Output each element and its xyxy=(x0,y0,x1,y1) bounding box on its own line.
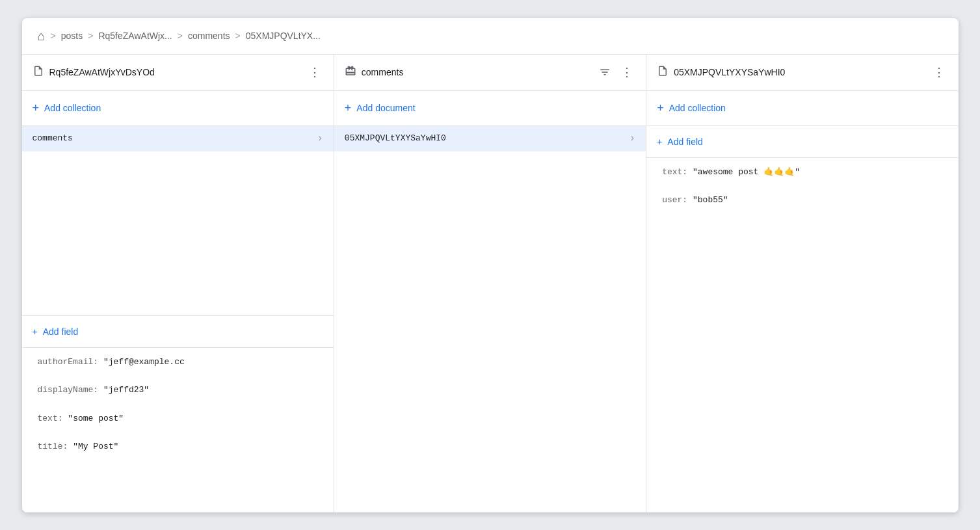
panel3-plus-icon: + xyxy=(657,101,664,115)
panel2-plus-icon: + xyxy=(345,101,352,115)
panel1-spacer xyxy=(22,152,334,316)
panel3-field-user[interactable]: user: "bob55" xyxy=(646,186,958,214)
panel2-filter-button[interactable] xyxy=(596,64,613,81)
panel-collection: comments ⋮ + Add document 05XMJPQVLtYXYS… xyxy=(334,55,646,512)
breadcrumb-sep-1: > xyxy=(51,31,56,41)
panel1-field-title-key: title: xyxy=(38,442,68,451)
breadcrumb-sep-3: > xyxy=(178,31,183,41)
panel1-field-authoremail-key: authorEmail: xyxy=(38,357,99,367)
panel1-field-text-key: text: xyxy=(38,414,63,423)
panel1-add-field-plus: + xyxy=(33,326,38,337)
panel1-add-field[interactable]: + Add field xyxy=(22,316,334,348)
panel2-add-document-label: Add document xyxy=(356,103,415,113)
panel1-field-text[interactable]: text: "some post" xyxy=(22,404,334,432)
panel1-field-displayname-key: displayName: xyxy=(38,385,99,395)
panel2-header: comments ⋮ xyxy=(334,55,646,91)
breadcrumb-sep-4: > xyxy=(235,31,241,41)
panel3-add-field-plus: + xyxy=(657,137,662,147)
panel2-title: comments xyxy=(362,67,591,77)
panel1-header: Rq5feZAwAtWjxYvDsYOd ⋮ xyxy=(22,55,334,91)
panel1-field-displayname[interactable]: displayName: "jeffd23" xyxy=(22,376,334,404)
panel3-actions: ⋮ xyxy=(931,64,947,81)
panel3-add-field[interactable]: + Add field xyxy=(646,126,958,158)
breadcrumb-doc2[interactable]: 05XMJPQVLtYX... xyxy=(246,31,321,41)
panel2-body: + Add document 05XMJPQVLtYXYSaYwHI0 › xyxy=(334,91,646,512)
panel2-actions: ⋮ xyxy=(596,64,635,81)
panel3-title: 05XMJPQVLtYXYSaYwHI0 xyxy=(674,67,925,77)
panel2-document-item[interactable]: 05XMJPQVLtYXYSaYwHI0 › xyxy=(334,126,646,152)
home-icon[interactable]: ⌂ xyxy=(38,29,46,44)
panel1-body: + Add collection comments › + Add field xyxy=(22,91,334,512)
panel2-collection-icon xyxy=(345,65,356,79)
panel2-document-label: 05XMJPQVLtYXYSaYwHI0 xyxy=(345,133,629,143)
panel1-collection-chevron: › xyxy=(317,133,323,144)
panel1-field-title-value: "My Post" xyxy=(73,442,118,451)
panel3-fields: text: "awesome post 🤙🤙🤙" user: "bob55" xyxy=(646,158,958,512)
panel2-more-button[interactable]: ⋮ xyxy=(618,64,635,81)
panel1-more-button[interactable]: ⋮ xyxy=(306,64,323,81)
panel3-field-text[interactable]: text: "awesome post 🤙🤙🤙" xyxy=(646,158,958,186)
panel1-add-collection-label: Add collection xyxy=(44,103,101,113)
breadcrumb-comments[interactable]: comments xyxy=(188,31,230,41)
panel3-field-text-value: "awesome post 🤙🤙🤙" xyxy=(693,167,800,177)
panel3-doc-icon xyxy=(657,65,669,79)
panel1-title: Rq5feZAwAtWjxYvDsYOd xyxy=(49,67,301,77)
panel-document: Rq5feZAwAtWjxYvDsYOd ⋮ + Add collection … xyxy=(22,55,334,512)
breadcrumb-posts[interactable]: posts xyxy=(61,31,83,41)
panel2-document-chevron: › xyxy=(629,133,636,144)
panel1-field-text-value: "some post" xyxy=(68,414,124,423)
breadcrumb-sep-2: > xyxy=(88,31,93,41)
panel3-field-user-value: "bob55" xyxy=(693,195,728,205)
panel1-add-field-label: Add field xyxy=(43,326,78,337)
panel3-field-user-key: user: xyxy=(662,195,687,205)
panel1-collection-label: comments xyxy=(33,133,317,143)
panel1-actions: ⋮ xyxy=(306,64,323,81)
panel3-body: + Add collection + Add field text: "awes… xyxy=(646,91,958,512)
panel1-fields: authorEmail: "jeff@example.cc displayNam… xyxy=(22,348,334,512)
panel1-collection-item[interactable]: comments › xyxy=(22,126,334,152)
panel1-field-authoremail[interactable]: authorEmail: "jeff@example.cc xyxy=(22,348,334,376)
panel1-doc-icon xyxy=(33,65,44,79)
panel3-add-collection-label: Add collection xyxy=(669,103,726,113)
panel3-add-collection[interactable]: + Add collection xyxy=(646,91,958,126)
panel3-field-text-key: text: xyxy=(662,167,687,177)
browser-window: ⌂ > posts > Rq5feZAwAtWjx... > comments … xyxy=(22,18,959,512)
breadcrumb-bar: ⌂ > posts > Rq5feZAwAtWjx... > comments … xyxy=(22,18,959,55)
panel2-add-document[interactable]: + Add document xyxy=(334,91,646,126)
panel-subdocument: 05XMJPQVLtYXYSaYwHI0 ⋮ + Add collection … xyxy=(646,55,958,512)
breadcrumb-doc1[interactable]: Rq5feZAwAtWjx... xyxy=(98,31,172,41)
panel1-add-collection[interactable]: + Add collection xyxy=(22,91,334,126)
panel1-plus-icon: + xyxy=(33,101,40,115)
panel1-field-displayname-value: "jeffd23" xyxy=(103,385,149,395)
panel1-field-title[interactable]: title: "My Post" xyxy=(22,432,334,460)
main-content: Rq5feZAwAtWjxYvDsYOd ⋮ + Add collection … xyxy=(22,55,959,512)
panel3-more-button[interactable]: ⋮ xyxy=(931,64,947,81)
panel1-field-authoremail-value: "jeff@example.cc xyxy=(103,357,185,367)
panel3-add-field-label: Add field xyxy=(667,137,702,147)
panel3-header: 05XMJPQVLtYXYSaYwHI0 ⋮ xyxy=(646,55,958,91)
